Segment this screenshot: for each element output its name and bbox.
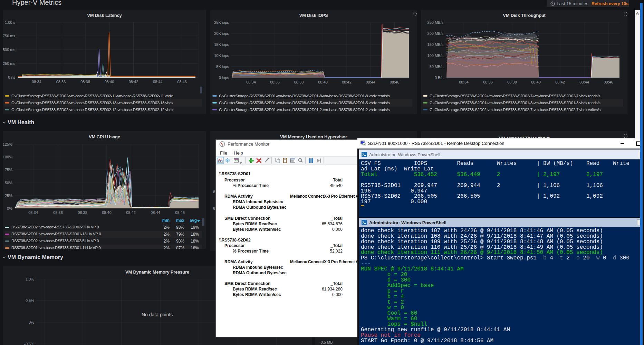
svg-text:0%: 0% [29, 320, 34, 324]
svg-text:08:42: 08:42 [126, 210, 136, 215]
svg-text:25K iops: 25K iops [214, 20, 229, 24]
svg-text:08:36: 08:36 [56, 80, 66, 84]
svg-text:08:34: 08:34 [246, 80, 256, 84]
svg-text:08:44: 08:44 [151, 210, 160, 215]
svg-text:0.5%: 0.5% [26, 298, 34, 303]
svg-text:125%: 125% [3, 142, 12, 146]
svg-text:75%: 75% [5, 168, 12, 172]
svg-text:08:40: 08:40 [102, 210, 112, 215]
svg-text:5K iops: 5K iops [216, 65, 229, 69]
svg-text:200 MB/s: 200 MB/s [427, 31, 444, 36]
svg-text:08:40: 08:40 [318, 80, 328, 84]
svg-text:08:34: 08:34 [28, 210, 38, 215]
svg-text:0 iops: 0 iops [219, 76, 229, 80]
svg-text:500 ms: 500 ms [3, 48, 15, 52]
svg-text:-0.5%: -0.5% [24, 342, 34, 345]
svg-text:50 MB/s: 50 MB/s [430, 65, 444, 69]
svg-text:08:46: 08:46 [177, 80, 187, 84]
svg-text:08:46: 08:46 [604, 80, 613, 84]
svg-text:250 ms: 250 ms [3, 61, 15, 66]
svg-text:50%: 50% [5, 181, 12, 185]
svg-text:10K iops: 10K iops [214, 53, 229, 58]
svg-text:08:34: 08:34 [459, 80, 469, 84]
svg-text:15K iops: 15K iops [214, 42, 229, 47]
svg-text:08:46: 08:46 [175, 210, 185, 215]
svg-text:08:40: 08:40 [105, 80, 114, 84]
svg-text:750 ms: 750 ms [3, 34, 15, 38]
svg-text:150 MB/s: 150 MB/s [427, 42, 444, 47]
svg-text:08:42: 08:42 [129, 80, 138, 84]
svg-text:08:34: 08:34 [32, 80, 41, 84]
svg-text:08:42: 08:42 [555, 80, 565, 84]
svg-text:08:38: 08:38 [78, 210, 87, 215]
svg-text:08:38: 08:38 [294, 80, 304, 84]
svg-text:08:42: 08:42 [342, 80, 352, 84]
svg-text:1.00 s: 1.00 s [5, 20, 15, 24]
svg-text:0 ns: 0 ns [8, 75, 15, 79]
svg-text:1.0%: 1.0% [26, 277, 34, 281]
svg-text:20K iops: 20K iops [214, 31, 229, 36]
svg-text:08:44: 08:44 [366, 80, 375, 84]
svg-text:250 MB/s: 250 MB/s [427, 20, 444, 24]
svg-text:08:38: 08:38 [80, 80, 90, 84]
svg-text:08:36: 08:36 [270, 80, 280, 84]
svg-text:08:36: 08:36 [483, 80, 493, 84]
svg-text:100%: 100% [3, 155, 12, 159]
svg-text:08:40: 08:40 [531, 80, 541, 84]
svg-text:08:38: 08:38 [507, 80, 517, 84]
svg-text:08:36: 08:36 [53, 210, 63, 215]
svg-text:0 B/s: 0 B/s [435, 76, 444, 80]
svg-text:100 MB/s: 100 MB/s [427, 53, 444, 58]
svg-text:25%: 25% [5, 194, 12, 198]
svg-text:08:44: 08:44 [153, 80, 163, 84]
svg-text:08:46: 08:46 [390, 80, 400, 84]
svg-text:0%: 0% [7, 206, 12, 210]
svg-text:08:44: 08:44 [579, 80, 589, 84]
